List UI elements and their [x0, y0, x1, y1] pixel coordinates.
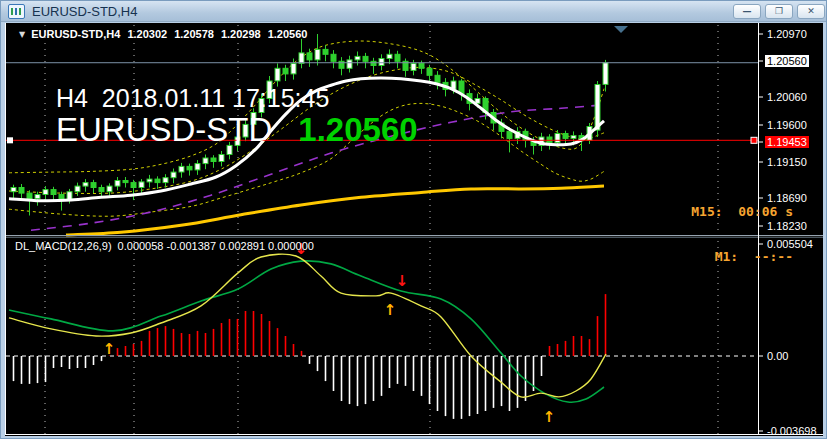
alert-line-right-handle[interactable] [751, 137, 757, 143]
bear-candle-body [51, 190, 56, 195]
window-title: EURUSD-STD,H4 [32, 4, 137, 19]
bear-candle-body [331, 54, 336, 61]
macd-label: DL_MACD(12,26,9) [15, 240, 112, 252]
bull-candle-body [139, 182, 144, 188]
bear-candle-body [507, 131, 512, 138]
bull-candle-body [315, 49, 320, 60]
minimize-button[interactable]: — [733, 4, 761, 19]
bear-candle-body [27, 193, 32, 199]
bull-candle-body [379, 59, 384, 66]
chart-shift-marker-icon[interactable] [614, 26, 628, 33]
bull-candle-body [179, 166, 184, 172]
macd-indicator-header: DL_MACD(12,26,9) 0.000058 -0.001387 0.00… [15, 240, 314, 252]
buy-signal-arrow-up-icon: ↑ [103, 340, 116, 358]
overlay-symbol: EURUSD-STD [56, 111, 272, 149]
candle-countdown: M15: 00:06 s M1: --:-- [405, 174, 793, 294]
alert-price-label: 1.19453 [765, 136, 809, 148]
chart-client-area[interactable]: ↑↑↑↓↓ ▼ EURUSD-STD,H4 1.20302 1.20578 1.… [5, 23, 823, 436]
bull-candle-body [299, 53, 304, 64]
bull-candle-body [347, 60, 352, 68]
bull-candle-body [203, 158, 208, 164]
overlay-price: 1.20560 [298, 111, 417, 149]
bull-candle-body [147, 179, 152, 182]
bear-candle-body [123, 181, 128, 183]
low-value: 1.20298 [221, 28, 261, 40]
bull-candle-body [75, 186, 80, 192]
bear-candle-body [427, 68, 432, 75]
bear-candle-body [131, 183, 136, 188]
bear-candle-body [547, 137, 552, 143]
close-value: 1.20560 [268, 28, 308, 40]
bear-candle-body [99, 188, 104, 192]
bull-candle-body [83, 183, 88, 187]
buy-signal-arrow-up-icon: ↑ [543, 408, 556, 426]
macd-values: 0.000058 -0.001387 0.002891 0.000000 [118, 240, 314, 252]
bear-candle-body [187, 166, 192, 170]
price-axis-label: 1.20060 [767, 91, 807, 103]
price-axis-label: 1.18690 [767, 192, 807, 204]
bull-candle-body [171, 172, 176, 178]
bull-candle-body [387, 54, 392, 58]
chart-window: EURUSD-STD,H4 — ❐ ✕ ↑↑↑↓↓ ▼ EURUSD-STD,H… [0, 0, 827, 439]
bear-candle-body [363, 56, 368, 61]
bear-candle-body [323, 49, 328, 54]
bear-candle-body [563, 134, 568, 139]
price-axis-label: 1.18230 [767, 220, 807, 232]
ohlc-header: ▼ EURUSD-STD,H4 1.20302 1.20578 1.20298 … [19, 28, 307, 40]
open-value: 1.20302 [127, 28, 167, 40]
bull-candle-body [35, 195, 40, 199]
high-value: 1.20578 [174, 28, 214, 40]
bull-candle-body [555, 134, 560, 143]
bull-candle-body [275, 68, 280, 81]
bear-candle-body [211, 158, 216, 162]
bear-candle-body [19, 188, 24, 194]
bear-candle-body [419, 63, 424, 68]
bull-candle-body [603, 63, 608, 85]
dropdown-triangle-icon: ▼ [19, 30, 25, 39]
alert-line-left-handle[interactable] [7, 137, 13, 143]
bull-candle-body [43, 190, 48, 195]
bear-candle-body [283, 68, 288, 74]
countdown-m15-row: M15: 00:06 s [405, 204, 793, 219]
countdown-m1-row: M1: --:-- [405, 249, 793, 264]
bear-candle-body [307, 53, 312, 60]
close-button[interactable]: ✕ [797, 4, 825, 19]
bear-candle-body [155, 179, 160, 183]
buy-signal-arrow-up-icon: ↑ [384, 301, 397, 319]
macd-axis-label: 0.005504 [767, 238, 813, 250]
bear-candle-body [435, 75, 440, 82]
bull-candle-body [219, 155, 224, 162]
restore-button[interactable]: ❐ [765, 4, 793, 19]
macd-axis-label: 0.00 [767, 350, 788, 362]
price-axis-label: 1.19600 [767, 119, 807, 131]
title-bar[interactable]: EURUSD-STD,H4 — ❐ ✕ [1, 1, 827, 22]
macd-axis-label: -0.003698 [767, 425, 817, 437]
chart-icon[interactable] [8, 4, 25, 19]
bull-candle-body [163, 178, 168, 183]
bull-candle-body [571, 136, 576, 139]
price-axis-label: 1.20970 [767, 28, 807, 40]
bull-candle-body [411, 63, 416, 70]
bull-candle-body [107, 186, 112, 192]
bull-candle-body [355, 56, 360, 60]
price-axis-label: 1.19150 [767, 156, 807, 168]
bull-candle-body [115, 181, 120, 187]
bull-candle-body [195, 164, 200, 170]
bear-candle-body [371, 61, 376, 65]
header-symbol: EURUSD-STD,H4 [31, 28, 120, 40]
bull-candle-body [11, 188, 16, 192]
bull-candle-body [291, 63, 296, 74]
overlay-datetime: H4 2018.01.11 17:15:45 [56, 84, 329, 113]
bear-candle-body [91, 183, 96, 188]
bear-candle-body [395, 54, 400, 61]
current-price-label: 1.20560 [765, 55, 809, 67]
